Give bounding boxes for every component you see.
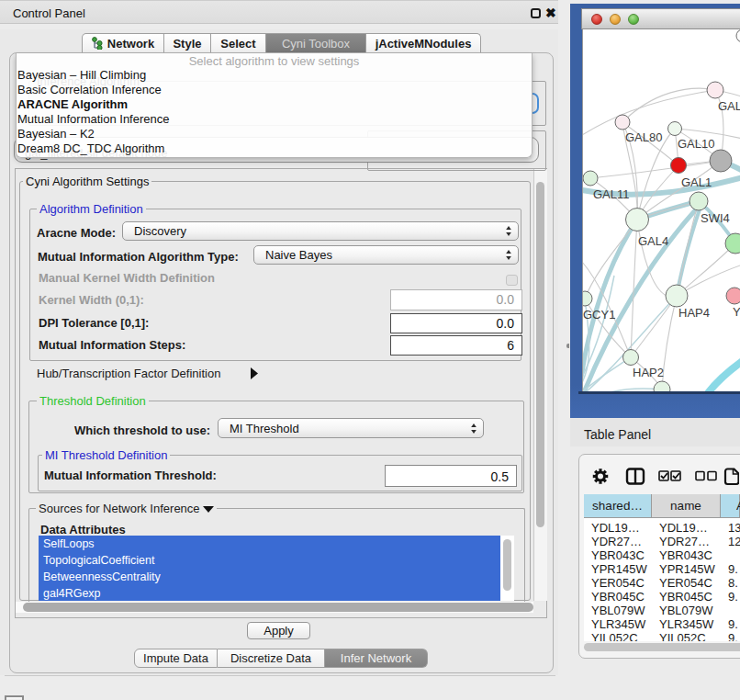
svg-text:GAL80: GAL80 xyxy=(625,130,662,144)
svg-text:GAL1: GAL1 xyxy=(681,175,712,189)
svg-text:YJ: YJ xyxy=(733,305,740,319)
svg-text:HAP4: HAP4 xyxy=(678,306,710,320)
svg-text:HAP2: HAP2 xyxy=(633,366,664,379)
svg-text:SWI4: SWI4 xyxy=(701,211,730,225)
svg-text:GAL2: GAL2 xyxy=(718,99,740,113)
svg-text:GAL4: GAL4 xyxy=(638,234,668,248)
svg-text:GAL11: GAL11 xyxy=(593,187,630,201)
svg-text:GCY1: GCY1 xyxy=(583,308,615,322)
svg-text:GAL10: GAL10 xyxy=(678,137,714,151)
